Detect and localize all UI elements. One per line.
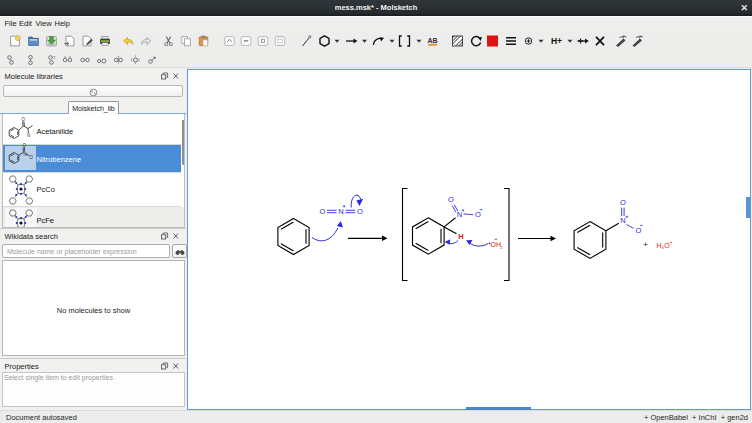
svg-text:H: H [458, 232, 463, 241]
svg-text:O: O [23, 143, 27, 148]
svg-text:O: O [448, 195, 454, 204]
svg-text:O: O [320, 207, 326, 216]
svg-text:O: O [22, 117, 26, 122]
svg-text:H+: H+ [551, 36, 562, 46]
svg-text:AB: AB [427, 37, 437, 44]
svg-text:N: N [457, 210, 462, 219]
svg-text:O: O [30, 155, 34, 160]
svg-text:N: N [24, 152, 27, 157]
svg-text:+: + [643, 240, 648, 249]
svg-text:O: O [620, 198, 626, 207]
svg-text:2: 2 [500, 245, 503, 250]
svg-text:N: N [620, 216, 625, 225]
svg-text:N: N [27, 133, 30, 138]
svg-text:O: O [475, 210, 481, 219]
svg-text:N: N [338, 207, 343, 216]
svg-text:O: O [635, 226, 641, 235]
svg-text:O: O [357, 207, 363, 216]
svg-text:+: + [670, 240, 673, 245]
